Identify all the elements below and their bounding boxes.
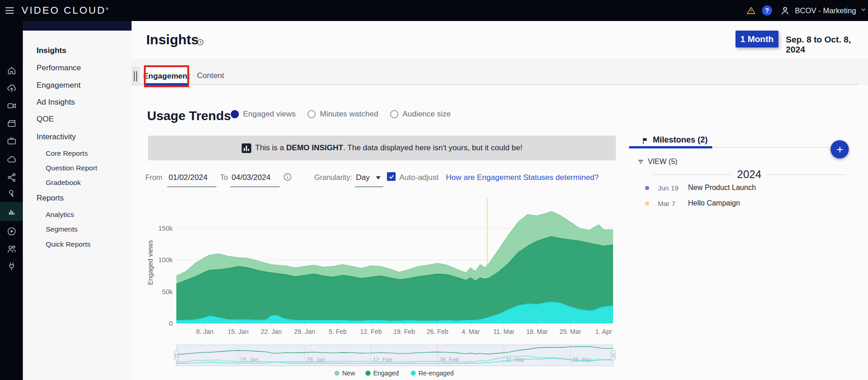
svg-text:150k: 150k xyxy=(159,225,173,232)
sidebar: InsightsPerformanceEngagementAd Insights… xyxy=(23,21,132,380)
sidebar-item-insights[interactable]: Insights xyxy=(37,46,66,55)
demo-insight-banner: This is a DEMO INSIGHT. The data display… xyxy=(148,136,616,160)
view-filter-button[interactable]: VIEW (5) xyxy=(637,158,677,166)
granularity-select[interactable]: Day xyxy=(356,173,370,182)
sidebar-item-qoe[interactable]: QOE xyxy=(37,115,54,124)
metric-radio-audience-size[interactable]: Audience size xyxy=(390,110,451,119)
video-cloud-logo: VIDEO CLOUD® xyxy=(21,5,109,16)
svg-text:50k: 50k xyxy=(162,288,173,296)
cloud-icon[interactable] xyxy=(0,150,23,169)
metric-radio-minutes-watched[interactable]: Minutes watched xyxy=(307,110,378,119)
legend-item-engaged[interactable]: Engaged xyxy=(365,369,399,377)
milestone-label: New Product Launch xyxy=(688,184,756,192)
milestones-divider xyxy=(712,147,850,148)
to-label: To xyxy=(220,174,228,182)
registered-mark: ® xyxy=(106,7,109,11)
share-icon[interactable] xyxy=(0,168,23,186)
sidebar-item-core-reports[interactable]: Core Reports xyxy=(46,149,88,158)
legend-item-re-engaged[interactable]: Re-engaged xyxy=(411,369,454,377)
panel-drag-handle[interactable] xyxy=(132,67,139,86)
svg-text:12. Feb: 12. Feb xyxy=(373,357,392,363)
svg-text:Engaged: Engaged xyxy=(373,369,399,377)
tab-content[interactable]: Content xyxy=(197,67,224,84)
metric-label: Audience size xyxy=(402,110,451,119)
sidebar-item-ad-insights[interactable]: Ad Insights xyxy=(37,98,75,107)
interactivity-icon[interactable] xyxy=(0,185,23,203)
milestones-tab-underline xyxy=(629,146,712,148)
milestone-date: Jun 19 xyxy=(658,184,688,192)
users-icon[interactable] xyxy=(0,240,23,258)
sidebar-item-segments[interactable]: Segments xyxy=(46,225,78,233)
user-icon[interactable] xyxy=(779,5,790,16)
hamburger-menu-icon[interactable] xyxy=(4,5,16,16)
milestone-item[interactable]: Mar 7Hello Campaign xyxy=(645,199,740,207)
video-camera-icon[interactable] xyxy=(0,96,23,115)
radio-icon xyxy=(390,110,398,118)
sidebar-item-analytics[interactable]: Analytics xyxy=(46,211,74,219)
chevron-down-icon xyxy=(860,6,867,15)
tv-icon[interactable] xyxy=(0,132,23,150)
svg-text:4. Mar: 4. Mar xyxy=(461,328,480,335)
svg-text:100k: 100k xyxy=(159,256,173,264)
clock-history-icon[interactable] xyxy=(196,38,204,46)
sidebar-item-reports[interactable]: Reports xyxy=(37,194,64,203)
svg-text:18. Mar: 18. Mar xyxy=(526,328,548,335)
media-icon[interactable] xyxy=(0,114,23,132)
svg-text:29. Jan: 29. Jan xyxy=(307,357,325,363)
bar-chart-icon[interactable] xyxy=(0,202,23,221)
play-icon[interactable] xyxy=(0,222,23,240)
auto-adjust-checkbox[interactable] xyxy=(387,172,396,181)
metric-radio-engaged-views[interactable]: Engaged views xyxy=(231,110,296,119)
sidebar-item-interactivity[interactable]: Interactivity xyxy=(37,132,76,142)
svg-text:0: 0 xyxy=(169,320,173,327)
svg-text:New: New xyxy=(342,369,355,377)
milestones-tab[interactable]: Milestones (2) xyxy=(653,135,708,145)
bar-chart-icon xyxy=(242,143,251,153)
info-icon[interactable] xyxy=(283,172,292,182)
navigator-handle-right[interactable] xyxy=(611,351,615,360)
year-divider: 2024 xyxy=(652,168,846,181)
upload-icon[interactable] xyxy=(0,79,23,97)
chart-areas[interactable] xyxy=(176,211,613,323)
topbar: VIDEO CLOUD® ? BCOV - Marketing xyxy=(0,0,868,21)
svg-text:25. Mar: 25. Mar xyxy=(560,328,582,335)
svg-text:26. Feb: 26. Feb xyxy=(427,328,449,335)
milestone-item[interactable]: Jun 19New Product Launch xyxy=(645,184,756,192)
svg-text:8. Jan: 8. Jan xyxy=(196,328,213,335)
banner-text: This is a DEMO INSIGHT. The data display… xyxy=(255,143,523,153)
sidebar-item-engagement[interactable]: Engagement xyxy=(37,81,80,90)
account-menu[interactable]: BCOV - Marketing xyxy=(795,6,867,15)
sidebar-item-performance[interactable]: Performance xyxy=(37,63,81,73)
milestone-date: Mar 7 xyxy=(658,200,688,207)
add-milestone-button[interactable] xyxy=(831,140,849,158)
icon-rail xyxy=(0,21,23,380)
check-icon xyxy=(388,174,395,180)
svg-text:15. Jan: 15. Jan xyxy=(228,328,249,335)
tab-active-underline xyxy=(146,83,187,85)
svg-text:12. Feb: 12. Feb xyxy=(360,328,382,335)
from-date-input[interactable]: 01/02/2024 xyxy=(169,173,207,182)
svg-text:29. Jan: 29. Jan xyxy=(294,328,315,335)
to-date-input[interactable]: 04/03/2024 xyxy=(232,173,270,182)
navigator-handle-left[interactable] xyxy=(175,351,179,360)
legend-item-new[interactable]: New xyxy=(334,369,355,377)
engagement-statuses-link[interactable]: How are Engagement Statuses determined? xyxy=(446,173,599,182)
milestones-panel: Milestones (2) VIEW (5) 2024 Jun 19New P… xyxy=(626,0,868,380)
sidebar-item-gradebook[interactable]: Gradebook xyxy=(46,179,81,187)
plus-icon xyxy=(835,145,845,154)
x-axis: 8. Jan15. Jan22. Jan29. Jan5. Feb12. Feb… xyxy=(196,323,612,335)
sidebar-item-quick-reports[interactable]: Quick Reports xyxy=(46,240,90,248)
alert-warning-icon[interactable] xyxy=(746,5,757,16)
home-icon[interactable] xyxy=(0,61,23,79)
plug-icon[interactable] xyxy=(0,257,23,275)
metric-label: Engaged views xyxy=(243,110,296,119)
metric-radio-group: Engaged viewsMinutes watchedAudience siz… xyxy=(231,110,451,119)
chart-navigator[interactable]: 15. Jan29. Jan12. Feb26. Feb11. Mar25. M… xyxy=(175,345,615,366)
usage-trends-title: Usage Trends xyxy=(147,109,231,123)
question-mark-icon: ? xyxy=(762,5,772,16)
metric-label: Minutes watched xyxy=(320,110,378,119)
tab-engagement[interactable]: Engagement xyxy=(146,67,187,85)
caret-down-icon[interactable] xyxy=(376,176,381,179)
help-button[interactable]: ? xyxy=(762,5,773,16)
sidebar-item-question-report[interactable]: Question Report xyxy=(46,164,97,172)
